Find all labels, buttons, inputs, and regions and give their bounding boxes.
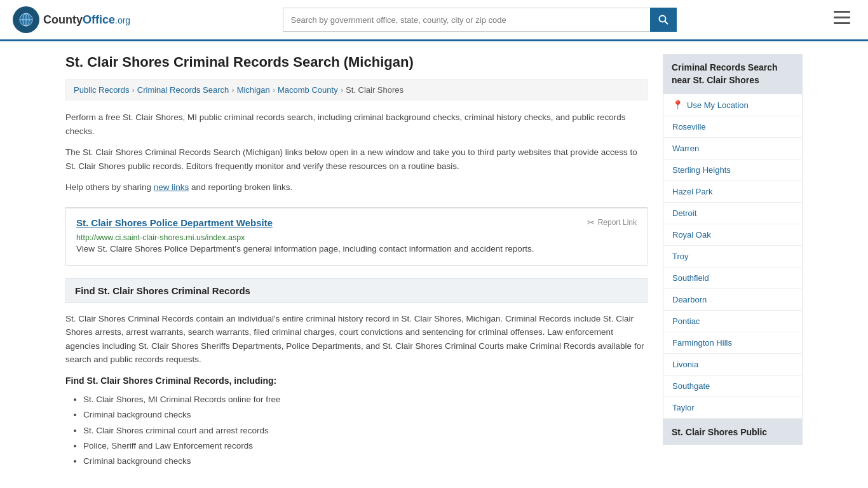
svg-rect-9	[834, 22, 850, 24]
svg-rect-7	[834, 11, 850, 13]
search-button[interactable]	[650, 8, 677, 32]
list-item: Criminal background checks	[83, 407, 648, 423]
use-location-link[interactable]: Use My Location	[687, 100, 749, 110]
sidebar-item-pontiac[interactable]: Pontiac	[663, 311, 802, 332]
menu-button[interactable]	[829, 8, 855, 31]
sidebar-footer-header: St. Clair Shores Public	[663, 419, 803, 445]
sidebar-item-troy[interactable]: Troy	[663, 246, 802, 268]
search-area	[283, 8, 677, 32]
report-link-area[interactable]: ✂ Report Link	[587, 217, 637, 227]
logo-icon	[13, 6, 39, 33]
sidebar: Criminal Records Search near St. Clair S…	[663, 54, 803, 469]
list-item: St. Clair Shores criminal court and arre…	[83, 423, 648, 438]
resource-url[interactable]: http://www.ci.saint-clair-shores.mi.us/i…	[76, 233, 245, 242]
sidebar-item-livonia[interactable]: Livonia	[663, 354, 802, 376]
breadcrumb-criminal-records-search[interactable]: Criminal Records Search	[137, 85, 229, 95]
page-title: St. Clair Shores Criminal Records Search…	[65, 54, 648, 71]
search-input[interactable]	[283, 8, 650, 32]
use-location-item[interactable]: 📍 Use My Location	[663, 94, 802, 116]
intro-paragraph-2: The St. Clair Shores Criminal Records Se…	[65, 146, 648, 173]
svg-point-5	[659, 16, 665, 22]
location-pin-icon: 📍	[672, 100, 683, 110]
resource-description: View St. Claire Shores Police Department…	[76, 242, 637, 256]
sidebar-item-hazel-park[interactable]: Hazel Park	[663, 181, 802, 203]
breadcrumb-macomb-county[interactable]: Macomb County	[278, 85, 338, 95]
breadcrumb-michigan[interactable]: Michigan	[237, 85, 270, 95]
find-section: Find St. Clair Shores Criminal Records S…	[65, 278, 648, 470]
find-section-header: Find St. Clair Shores Criminal Records	[65, 278, 648, 303]
sidebar-item-farmington-hills[interactable]: Farmington Hills	[663, 332, 802, 354]
list-item: St. Clair Shores, MI Criminal Records on…	[83, 392, 648, 407]
sidebar-item-southgate[interactable]: Southgate	[663, 376, 802, 397]
new-links-link[interactable]: new links	[154, 182, 189, 192]
resource-card: St. Clair Shores Police Department Websi…	[65, 207, 648, 266]
breadcrumb-current: St. Clair Shores	[346, 85, 403, 95]
sidebar-item-royal-oak[interactable]: Royal Oak	[663, 224, 802, 246]
find-section-text: St. Clair Shores Criminal Records contai…	[65, 312, 648, 367]
resource-title-link[interactable]: St. Clair Shores Police Department Websi…	[76, 217, 273, 228]
hamburger-icon	[834, 11, 850, 25]
breadcrumb-public-records[interactable]: Public Records	[74, 85, 129, 95]
logo-text: CountyOffice.org	[43, 13, 130, 27]
sidebar-item-sterling-heights[interactable]: Sterling Heights	[663, 159, 802, 181]
scissors-icon: ✂	[587, 217, 595, 227]
logo-area: CountyOffice.org	[13, 6, 130, 33]
sidebar-item-taylor[interactable]: Taylor	[663, 397, 802, 419]
svg-rect-8	[834, 17, 850, 18]
search-icon	[658, 15, 668, 25]
find-subsection-title: Find St. Clair Shores Criminal Records, …	[65, 376, 648, 386]
sidebar-item-warren[interactable]: Warren	[663, 138, 802, 159]
sidebar-cities-section: 📍 Use My Location Roseville Warren Sterl…	[663, 94, 803, 419]
help-text: Help others by sharing new links and rep…	[65, 180, 648, 194]
resource-title: St. Clair Shores Police Department Websi…	[76, 217, 273, 228]
sidebar-item-roseville[interactable]: Roseville	[663, 116, 802, 138]
report-link-label: Report Link	[598, 218, 637, 227]
sidebar-item-dearborn[interactable]: Dearborn	[663, 289, 802, 311]
find-list: St. Clair Shores, MI Criminal Records on…	[65, 392, 648, 469]
sidebar-item-southfield[interactable]: Southfield	[663, 268, 802, 289]
sidebar-header: Criminal Records Search near St. Clair S…	[663, 54, 803, 94]
list-item: Criminal background checks	[83, 454, 648, 469]
sidebar-item-detroit[interactable]: Detroit	[663, 203, 802, 224]
breadcrumb: Public Records › Criminal Records Search…	[65, 79, 648, 100]
intro-paragraph-1: Perform a free St. Clair Shores, MI publ…	[65, 111, 648, 138]
list-item: Police, Sheriff and Law Enforcement reco…	[83, 438, 648, 454]
svg-line-6	[665, 22, 668, 25]
